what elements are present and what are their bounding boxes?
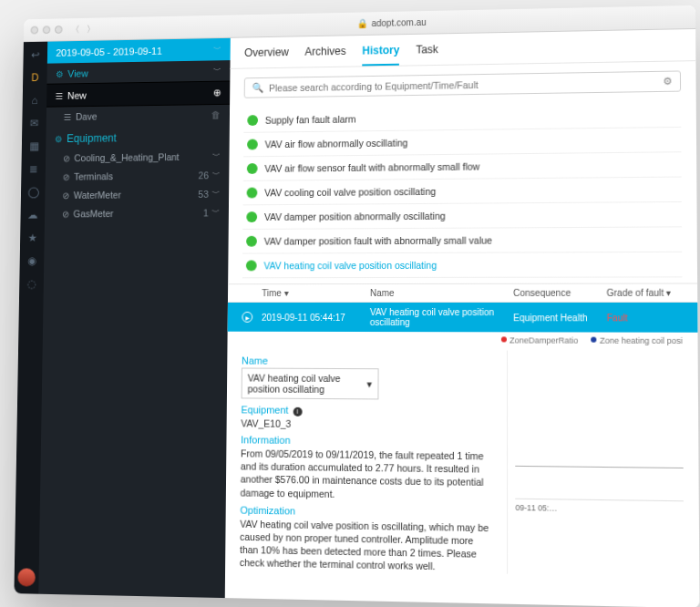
equipment-header[interactable]: ⚙Equipment: [46, 124, 230, 149]
link-icon: ⊘: [63, 153, 70, 163]
search-bar[interactable]: 🔍 ⚙: [244, 70, 681, 98]
date-range-text: 2019-09-05 - 2019-09-11: [56, 46, 162, 58]
gear-icon: ⚙: [56, 69, 64, 79]
chevron-down-icon: ﹀: [212, 188, 221, 200]
equipment-name: GasMeter: [73, 208, 113, 219]
new-label: New: [67, 89, 87, 100]
col-grade[interactable]: Grade of fault ▾: [607, 288, 683, 298]
legend-a: ZoneDamperRatio: [510, 335, 578, 345]
inbox-icon[interactable]: ✉: [28, 117, 40, 129]
play-cell[interactable]: ▶: [242, 312, 262, 323]
status-dot-icon: [247, 115, 258, 126]
play-icon: ▶: [242, 312, 252, 323]
fault-item[interactable]: VAV cooling coil valve position oscillat…: [243, 178, 682, 206]
forward-icon[interactable]: 〉: [87, 23, 96, 36]
tab-overview[interactable]: Overview: [244, 46, 289, 67]
fault-item[interactable]: VAV damper position abnormally oscillati…: [242, 202, 682, 230]
cell-time: 2019-09-11 05:44:17: [262, 312, 370, 322]
home-icon[interactable]: ⌂: [28, 94, 40, 107]
timeline-chart: [515, 351, 684, 502]
new-row[interactable]: ☰New ⊕: [46, 80, 230, 107]
cell-consequence: Equipment Health: [513, 313, 607, 323]
equipment-label: Equipment: [67, 132, 117, 145]
plus-icon[interactable]: ⊕: [213, 87, 221, 98]
status-dot-icon: [247, 139, 258, 150]
table-row[interactable]: ▶ 2019-09-11 05:44:17 VAV heating coil v…: [228, 303, 698, 333]
min-dot[interactable]: [43, 26, 51, 34]
d-icon[interactable]: D: [29, 71, 41, 84]
search-input[interactable]: [269, 76, 657, 93]
detail-panel: Name VAV heating coil valve position osc…: [225, 345, 700, 593]
link-icon: ⊘: [62, 190, 69, 201]
detail-optimization-text: VAV heating coil valve position is oscil…: [240, 517, 494, 574]
chevron-down-icon: ﹀: [213, 65, 221, 77]
cell-grade: Fault: [607, 313, 683, 323]
grid-icon[interactable]: ▦: [27, 139, 39, 152]
back-icon[interactable]: ↩: [29, 48, 41, 61]
detail-information-label: Information: [241, 434, 494, 448]
tab-history[interactable]: History: [362, 44, 399, 66]
cycle-icon[interactable]: ◯: [27, 186, 39, 199]
fault-item[interactable]: VAV damper position fault with abnormall…: [242, 227, 682, 253]
trash-icon[interactable]: 🗑: [211, 109, 221, 120]
tab-task[interactable]: Task: [416, 43, 438, 65]
status-dot-icon: [246, 236, 257, 247]
help-icon[interactable]: ◌: [26, 278, 38, 291]
status-dot-icon: [246, 260, 257, 271]
cell-name: VAV heating coil valve position oscillat…: [370, 307, 513, 327]
search-icon: 🔍: [252, 82, 263, 94]
col-consequence[interactable]: Consequence: [513, 288, 606, 298]
view-section[interactable]: ⚙View ﹀: [46, 60, 230, 84]
equipment-item[interactable]: ⊘Cooling_&_Heating_Plant ﹀: [46, 147, 230, 168]
fault-label: VAV damper position fault with abnormall…: [264, 235, 492, 247]
address-text: adopt.com.au: [372, 17, 427, 28]
browser-window: 〈 〉 🔒adopt.com.au ↩ D ⌂ ✉ ▦ ≣ ◯ ☁ ★ ◉ ◌ …: [14, 5, 699, 607]
fault-item[interactable]: VAV air flow sensor fault with abnormall…: [243, 152, 682, 181]
leaf-icon[interactable]: ★: [26, 231, 38, 244]
fault-label: VAV damper position abnormally oscillati…: [264, 211, 446, 222]
list-icon[interactable]: ≣: [27, 163, 39, 176]
detail-information-text: From 09/05/2019 to 09/11/2019, the fault…: [241, 447, 494, 502]
gear-icon[interactable]: ⚙: [663, 76, 672, 87]
equipment-name: Cooling_&_Heating_Plant: [74, 151, 179, 163]
col-time[interactable]: Time ▾: [262, 288, 370, 298]
avatar[interactable]: [17, 568, 36, 586]
fault-item-selected[interactable]: VAV heating coil valve position oscillat…: [242, 252, 683, 278]
detail-equipment-value: VAV_E10_3: [241, 417, 494, 431]
detail-name-label: Name: [242, 355, 494, 367]
sidebar-item-label: Dave: [76, 111, 97, 122]
equipment-item[interactable]: ⊘WaterMeter 53﹀: [45, 184, 229, 204]
chevron-down-icon: ﹀: [212, 169, 221, 180]
close-dot[interactable]: [31, 26, 39, 35]
status-dot-icon: [247, 188, 258, 199]
name-select-value: VAV heating coil valve position oscillat…: [248, 373, 367, 396]
back-icon[interactable]: 〈: [71, 23, 80, 36]
equipment-item[interactable]: ⊘Terminals 26﹀: [46, 165, 230, 185]
cloud-icon[interactable]: ☁: [26, 209, 38, 221]
table-header: Time ▾ Name Consequence Grade of fault ▾: [228, 283, 697, 303]
window-controls[interactable]: [31, 26, 63, 34]
legend-swatch-icon: [592, 337, 597, 343]
chart-xaxis: 09-11 05:…: [515, 499, 684, 515]
equipment-count: 26: [199, 170, 209, 180]
chart-legend: ZoneDamperRatio Zone heating coil posi: [227, 332, 697, 345]
sidebar-item-dave[interactable]: ☰Dave 🗑: [46, 105, 230, 127]
date-range-bar[interactable]: 2019-09-05 - 2019-09-11 ﹀: [47, 38, 231, 64]
tab-archives[interactable]: Archives: [304, 45, 345, 67]
max-dot[interactable]: [55, 26, 63, 34]
info-icon[interactable]: i: [293, 407, 302, 417]
fault-label: VAV cooling coil valve position oscillat…: [264, 186, 436, 198]
detail-equipment-label: Equipment i: [241, 404, 494, 417]
equipment-name: WaterMeter: [74, 189, 121, 200]
status-dot-icon: [247, 163, 258, 174]
name-select[interactable]: VAV heating coil valve position oscillat…: [242, 368, 379, 400]
equipment-item[interactable]: ⊘GasMeter 1﹀: [45, 203, 229, 223]
gear-icon: ⚙: [55, 134, 63, 144]
lock-icon: 🔒: [357, 18, 368, 28]
col-name[interactable]: Name: [370, 288, 513, 298]
nav-arrows: 〈 〉: [71, 23, 96, 36]
globe-icon[interactable]: ◉: [26, 254, 38, 267]
legend-swatch-icon: [501, 336, 507, 342]
sidebar: 2019-09-05 - 2019-09-11 ﹀ ⚙View ﹀ ☰New ⊕…: [38, 38, 231, 598]
chevron-down-icon: ﹀: [211, 207, 220, 219]
